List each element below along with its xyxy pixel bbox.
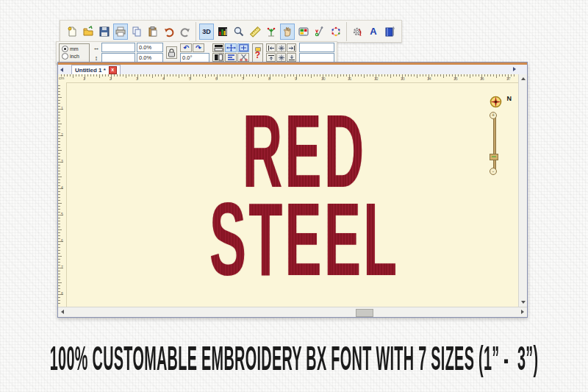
caption-text: 100% CUSTOMABLE EMBROIDERY BX FONT WITH … <box>50 340 539 379</box>
tab-scroll-right-button[interactable] <box>511 65 518 74</box>
center-star-icon <box>278 54 285 61</box>
page-background: 3D <box>0 0 588 392</box>
rotate-left-icon: ↶ <box>183 44 189 51</box>
library-button[interactable] <box>382 24 397 40</box>
chevron-right-icon <box>513 67 516 71</box>
unit-mm-label: mm <box>70 46 79 51</box>
scroll-down-button[interactable] <box>519 299 527 306</box>
open-button[interactable] <box>81 24 96 40</box>
print-button[interactable] <box>113 24 128 40</box>
save-floppy-icon <box>98 26 110 38</box>
measure-button[interactable] <box>248 24 262 40</box>
align-center-v-button[interactable] <box>276 53 286 62</box>
print-icon <box>115 26 126 38</box>
3d-view-label: 3D <box>202 28 211 35</box>
align-left-icon <box>268 45 275 51</box>
tab-untitled-1[interactable]: Untitled 1 * x <box>71 65 121 74</box>
tab-close-button[interactable]: x <box>109 66 117 74</box>
trim-button[interactable] <box>237 53 249 62</box>
undo-button[interactable] <box>162 24 176 40</box>
align-bottom-icon <box>288 54 295 61</box>
pos-x-input[interactable] <box>299 43 334 52</box>
align-right-icon <box>288 45 295 51</box>
copy-button[interactable] <box>129 24 144 40</box>
sequence-button[interactable] <box>225 53 237 62</box>
library-book-icon <box>384 26 395 38</box>
zoom-in-button[interactable]: + <box>490 112 497 119</box>
zoom-slider-track[interactable] <box>493 117 496 170</box>
arrow-right-icon <box>521 310 524 314</box>
chevron-left-icon <box>60 68 63 72</box>
list-lines-icon <box>226 54 236 61</box>
pan-hand-button[interactable] <box>280 24 295 40</box>
align-left-button[interactable] <box>266 43 276 52</box>
zoom-slider: + - <box>490 112 498 174</box>
copy-icon <box>131 26 143 38</box>
paste-icon <box>147 26 159 38</box>
new-button[interactable] <box>65 24 79 40</box>
alignment-group <box>266 43 296 62</box>
unit-selector: mm inch <box>59 43 90 63</box>
document-window: Untitled 1 * x cm 1234567891011121314151… <box>57 62 528 318</box>
tab-scroll-left-button[interactable] <box>58 65 65 74</box>
horizontal-scrollbar[interactable] <box>58 307 527 317</box>
lettering-label: A <box>370 27 376 36</box>
tab-label: Untitled 1 * <box>75 67 106 74</box>
hand-icon <box>282 26 293 38</box>
lettering-button[interactable]: A <box>366 24 381 40</box>
compass-north-label: N <box>507 95 512 102</box>
stitch-pattern-button[interactable] <box>329 24 343 40</box>
unit-mm-radio[interactable]: mm <box>62 46 89 52</box>
rotate-right-button[interactable]: ↷ <box>193 43 204 52</box>
zoom-slider-handle[interactable] <box>490 154 498 160</box>
height-arrows-icon: ↕ <box>93 54 100 62</box>
unit-inch-radio[interactable]: inch <box>62 53 89 60</box>
rotate-controls: ↶ ↷ <box>180 43 209 63</box>
center-design-button[interactable] <box>225 43 237 52</box>
color-palette-button[interactable] <box>296 24 311 40</box>
width-arrows-icon: ↔ <box>93 44 100 51</box>
arrow-left-icon <box>61 310 64 314</box>
save-button[interactable] <box>97 24 112 40</box>
rotation-input[interactable] <box>180 53 209 63</box>
main-toolbar: 3D <box>60 20 402 43</box>
rotate-left-button[interactable]: ↶ <box>180 43 192 52</box>
zoom-button[interactable] <box>232 24 246 40</box>
3d-view-button[interactable]: 3D <box>199 24 214 40</box>
width-percent-input[interactable] <box>137 43 163 52</box>
vertical-scrollbar[interactable] <box>518 74 527 307</box>
stitch-swirl-icon <box>330 26 342 38</box>
properties-button[interactable] <box>350 24 365 40</box>
ruler-unit-label: cm <box>59 76 64 80</box>
design-line2[interactable]: STEEL <box>209 188 399 291</box>
scroll-left-button[interactable] <box>59 307 66 316</box>
scroll-right-button[interactable] <box>519 307 526 316</box>
align-center-h-button[interactable] <box>276 43 286 52</box>
horizontal-scroll-thumb[interactable] <box>356 309 373 317</box>
mirror-vertical-button[interactable] <box>212 43 224 52</box>
mirror-horizontal-button[interactable] <box>212 53 224 62</box>
fit-hoop-button[interactable] <box>237 43 249 52</box>
scroll-up-button[interactable] <box>519 75 527 82</box>
help-button[interactable]: ? <box>252 43 263 63</box>
size-fields: ↔ ↕ <box>93 43 163 63</box>
help-question-label: ? <box>255 51 260 59</box>
rotate-right-icon: ↷ <box>196 44 201 51</box>
four-arrows-icon <box>226 44 236 51</box>
width-input[interactable] <box>101 43 135 52</box>
zoom-out-button[interactable]: - <box>490 168 497 175</box>
density-map-button[interactable] <box>215 24 230 40</box>
design-canvas[interactable]: RED STEEL N + - <box>66 82 519 307</box>
redo-button[interactable] <box>178 24 193 40</box>
thread-button[interactable] <box>312 24 327 40</box>
align-right-button[interactable] <box>287 43 296 52</box>
stitch-points-button[interactable] <box>264 24 279 40</box>
align-bottom-button[interactable] <box>287 53 296 62</box>
compass-icon[interactable] <box>490 96 502 108</box>
arrows-in-box-icon <box>239 44 248 51</box>
aspect-lock-button[interactable] <box>166 46 177 59</box>
center-star-icon <box>278 45 285 51</box>
align-top-button[interactable] <box>266 53 276 62</box>
padlock-icon <box>167 48 176 58</box>
paste-button[interactable] <box>146 24 160 40</box>
